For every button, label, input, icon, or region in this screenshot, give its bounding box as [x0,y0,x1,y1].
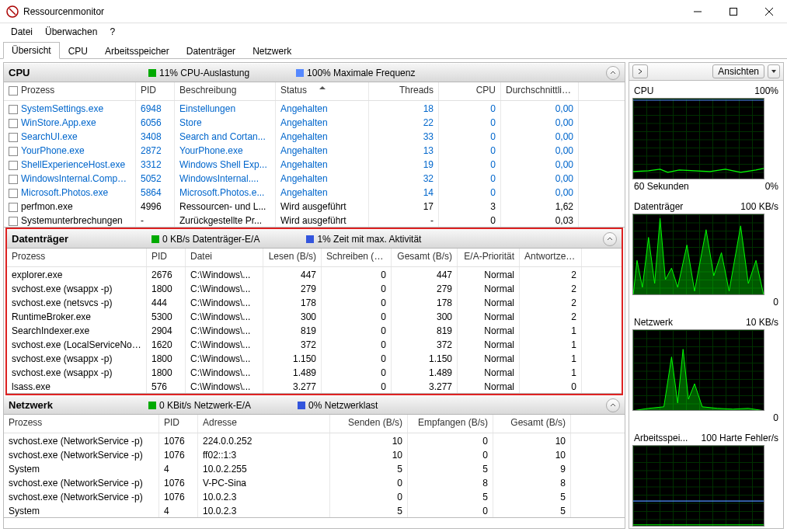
row-checkbox[interactable] [9,161,18,170]
table-row[interactable]: Microsoft.Photos.exe5864Microsoft.Photos… [4,185,625,199]
table-row[interactable]: Systemunterbrechungen-Zurückgestellte Pr… [4,213,625,227]
disk-io-stat: 0 KB/s Datenträger-E/A [151,234,259,245]
titlebar: Ressourcenmonitor [0,0,787,23]
window-title: Ressourcenmonitor [23,6,680,17]
cpu-usage-stat: 11% CPU-Auslastung [148,68,249,78]
table-row[interactable]: svchost.exe (NetworkService -p)1076V-PC-… [4,475,625,489]
table-row[interactable]: SearchIndexer.exe2904C:\Windows\...81908… [7,323,622,337]
table-row[interactable]: svchost.exe (wsappx -p)1800C:\Windows\..… [7,351,622,365]
table-row[interactable]: perfmon.exe4996Ressourcen- und L...Wird … [4,199,625,213]
net-columns[interactable]: Prozess PID Adresse Senden (B/s) Empfang… [4,415,625,433]
cpu-collapse-button[interactable] [606,66,620,80]
svg-marker-6 [771,70,776,73]
disk-graph: Datenträger100 KB/s 0 [632,200,780,309]
table-row[interactable]: lsass.exe576C:\Windows\...3.27703.277Nor… [7,379,622,393]
disk-activity-stat: 1% Zeit mit max. Aktivität [306,234,421,245]
cpu-columns[interactable]: Prozess PID Beschreibung Status Threads … [4,82,625,101]
network-panel: Netzwerk 0 KBit/s Netzwerk-E/A 0% Netzwe… [4,395,625,518]
disk-collapse-button[interactable] [603,232,617,246]
svg-line-1 [9,9,16,15]
memory-graph: Arbeitsspei...100 Harte Fehler/s [632,431,780,527]
table-row[interactable]: System410.0.2.3505 [4,503,625,517]
disk-columns[interactable]: Prozess PID Datei Lesen (B/s) Schreiben … [7,249,622,267]
svg-marker-8 [633,349,764,411]
row-checkbox[interactable] [9,217,18,226]
tabbar: Übersicht CPU Arbeitsspeicher Datenträge… [0,40,787,59]
network-panel-header[interactable]: Netzwerk 0 KBit/s Netzwerk-E/A 0% Netzwe… [4,395,625,415]
table-row[interactable]: svchost.exe (NetworkService -p)1076ff02:… [4,447,625,461]
graphs-sidebar: Ansichten CPU100% 60 Sekunden0% Datenträ… [629,62,784,529]
table-row[interactable]: svchost.exe (wsappx -p)1800C:\Windows\..… [7,281,622,295]
svg-rect-3 [730,8,737,15]
row-checkbox[interactable] [9,105,18,114]
close-button[interactable] [751,0,787,23]
table-row[interactable]: YourPhone.exe2872YourPhone.exeAngehalten… [4,143,625,157]
maximize-button[interactable] [716,0,751,23]
table-row[interactable]: SystemSettings.exe6948EinstellungenAngeh… [4,101,625,115]
tab-disk[interactable]: Datenträger [178,43,244,59]
net-table: svchost.exe (NetworkService -p)1076224.0… [4,433,625,517]
row-checkbox[interactable] [9,175,18,184]
table-row[interactable]: SearchUI.exe3408Search and Cortan...Ange… [4,129,625,143]
cpu-panel-title: CPU [9,67,148,78]
disk-panel-header[interactable]: Datenträger 0 KB/s Datenträger-E/A 1% Ze… [7,229,622,249]
table-row[interactable]: System410.0.2.255559 [4,461,625,475]
main-panels: CPU 11% CPU-Auslastung 100% Maximale Fre… [3,62,625,529]
table-row[interactable]: RuntimeBroker.exe5300C:\Windows\...30003… [7,309,622,323]
menubar: Datei Überwachen ? [0,23,787,40]
network-panel-title: Netzwerk [9,399,148,411]
table-row[interactable]: explorer.exe2676C:\Windows\...4470447Nor… [7,267,622,281]
cpu-graph: CPU100% 60 Sekunden0% [632,84,780,193]
disk-panel: Datenträger 0 KB/s Datenträger-E/A 1% Ze… [7,229,622,394]
row-checkbox[interactable] [9,203,18,212]
app-icon [6,5,19,18]
minimize-button[interactable] [680,0,716,23]
nav-right-button[interactable] [632,64,648,78]
net-io-stat: 0 KBit/s Netzwerk-E/A [148,400,251,411]
table-row[interactable]: svchost.exe (netsvcs -p)444C:\Windows\..… [7,295,622,309]
row-checkbox[interactable] [9,189,18,198]
table-row[interactable]: svchost.exe (wsappx -p)1800C:\Windows\..… [7,365,622,379]
table-row[interactable]: svchost.exe (NetworkService -p)107610.0.… [4,489,625,503]
table-row[interactable]: WinStore.App.exe6056StoreAngehalten2200,… [4,115,625,129]
cpu-freq-stat: 100% Maximale Frequenz [296,68,415,78]
disk-panel-title: Datenträger [12,233,151,245]
disk-highlight: Datenträger 0 KB/s Datenträger-E/A 1% Ze… [5,228,623,395]
menu-help[interactable]: ? [103,25,121,39]
net-collapse-button[interactable] [606,398,620,412]
table-row[interactable]: ShellExperienceHost.exe3312Windows Shell… [4,157,625,171]
disk-table: explorer.exe2676C:\Windows\...4470447Nor… [7,267,622,393]
cpu-select-all-checkbox[interactable] [9,86,18,96]
network-graph: Netzwerk10 KB/s 0 [632,315,780,425]
views-dropdown[interactable] [768,64,780,78]
tab-memory[interactable]: Arbeitsspeicher [96,43,178,59]
menu-file[interactable]: Datei [5,25,39,39]
tab-network[interactable]: Netzwerk [244,43,300,59]
svg-marker-7 [633,218,764,295]
table-row[interactable]: svchost.exe (NetworkService -p)1076224.0… [4,433,625,447]
row-checkbox[interactable] [9,119,18,128]
tab-cpu[interactable]: CPU [60,43,96,59]
cpu-panel: CPU 11% CPU-Auslastung 100% Maximale Fre… [4,63,625,228]
table-row[interactable]: svchost.exe (LocalServiceNoNet...1620C:\… [7,337,622,351]
tab-overview[interactable]: Übersicht [3,42,60,59]
row-checkbox[interactable] [9,147,18,156]
net-load-stat: 0% Netzwerklast [298,400,378,411]
menu-monitor[interactable]: Überwachen [39,25,103,39]
cpu-panel-header[interactable]: CPU 11% CPU-Auslastung 100% Maximale Fre… [4,63,625,82]
table-row[interactable]: WindowsInternal.Composa...5052WindowsInt… [4,171,625,185]
views-button[interactable]: Ansichten [712,64,764,78]
row-checkbox[interactable] [9,133,18,142]
cpu-table: SystemSettings.exe6948EinstellungenAngeh… [4,101,625,227]
graphs-header: Ansichten [629,62,784,81]
